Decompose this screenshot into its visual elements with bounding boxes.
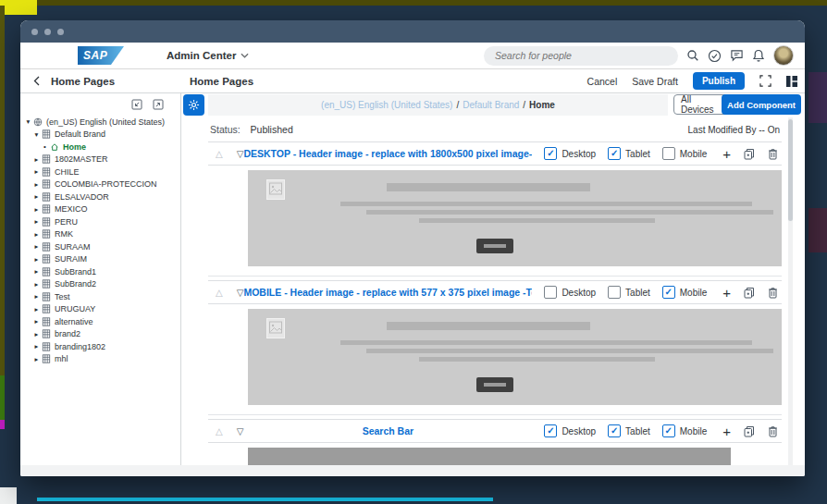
tree-expand-arrow[interactable]: ▸ <box>32 155 41 164</box>
tree-item-test[interactable]: ▸ Test <box>20 290 180 303</box>
tree-item-suraim[interactable]: ▸ SURAIM <box>20 253 180 266</box>
tree-item-chile[interactable]: ▸ CHILE <box>20 166 180 178</box>
publish-button[interactable]: Publish <box>693 72 745 90</box>
tree-item-subbrand2[interactable]: ▸ SubBrand2 <box>20 278 180 291</box>
tree-item-peru[interactable]: ▸ PERU <box>20 215 180 228</box>
chat-icon[interactable] <box>730 49 744 62</box>
delete-icon[interactable] <box>768 425 778 437</box>
device-toggle-desktop[interactable]: Desktop <box>544 147 596 160</box>
move-up-button[interactable]: △ <box>216 149 223 159</box>
copy-icon[interactable] <box>744 425 755 437</box>
tree-item-alternative[interactable]: ▸ alternative <box>20 315 180 328</box>
move-down-button[interactable]: ▽ <box>237 149 244 159</box>
collapse-all-icon[interactable] <box>131 99 142 110</box>
tree-item-mhl[interactable]: ▸ mhl <box>20 353 180 366</box>
tree-expand-arrow[interactable]: ▾ <box>32 130 41 139</box>
tree-item-brand2[interactable]: ▸ brand2 <box>20 328 180 341</box>
tree-item-subbrand1[interactable]: ▸ SubBrand1 <box>20 265 180 278</box>
back-button[interactable] <box>33 76 40 86</box>
copy-icon[interactable] <box>744 148 755 160</box>
window-control-dot[interactable] <box>44 29 51 35</box>
check-circle-icon[interactable] <box>708 49 722 63</box>
tree-item-colombia-proteccion[interactable]: ▸ COLOMBIA-PROTECCION <box>20 178 180 191</box>
search-icon[interactable] <box>686 49 699 62</box>
tree-item-1802master[interactable]: ▸ 1802MASTER <box>20 154 180 166</box>
device-checkbox[interactable] <box>544 286 557 299</box>
tree-item-rmk[interactable]: ▸ RMK <box>20 228 180 241</box>
tree-expand-arrow[interactable]: ▸ <box>32 330 41 338</box>
device-toggle-tablet[interactable]: Tablet <box>608 147 650 160</box>
window-control-dot[interactable] <box>57 29 64 35</box>
tree-item-elsalvador[interactable]: ▸ ELSALVADOR <box>20 191 180 203</box>
tree-expand-arrow[interactable]: ▸ <box>32 355 41 363</box>
tree-item--en-us-english-united-states-[interactable]: ▾ (en_US) English (United States) <box>20 116 180 129</box>
tree-bullet[interactable]: • <box>41 142 49 151</box>
device-toggle-mobile[interactable]: Mobile <box>662 147 707 160</box>
avatar[interactable] <box>773 45 794 66</box>
tree-expand-arrow[interactable]: ▸ <box>32 192 41 201</box>
tree-expand-arrow[interactable]: ▸ <box>32 242 41 251</box>
device-checkbox[interactable] <box>544 147 557 160</box>
move-up-button[interactable]: △ <box>216 288 223 298</box>
add-icon[interactable]: + <box>722 286 731 300</box>
tree-expand-arrow[interactable]: ▸ <box>32 280 41 289</box>
tree-expand-arrow[interactable]: ▸ <box>32 180 41 189</box>
window-control-dot[interactable] <box>31 29 38 35</box>
add-component-button[interactable]: Add Component <box>722 94 801 115</box>
tree-expand-arrow[interactable]: ▸ <box>32 255 41 264</box>
copy-icon[interactable] <box>744 287 755 299</box>
tree-expand-arrow[interactable]: ▾ <box>24 117 32 126</box>
tree-item-mexico[interactable]: ▸ MEXICO <box>20 203 180 216</box>
tree-item-default-brand[interactable]: ▾ Default Brand <box>20 129 180 141</box>
tree-item-branding1802[interactable]: ▸ branding1802 <box>20 340 180 353</box>
bell-icon[interactable] <box>752 49 765 63</box>
cancel-button[interactable]: Cancel <box>587 76 618 87</box>
tree-item-home[interactable]: • Home <box>20 141 180 154</box>
tree-expand-arrow[interactable]: ▸ <box>32 230 41 239</box>
delete-icon[interactable] <box>768 287 778 299</box>
device-checkbox[interactable] <box>544 424 557 437</box>
device-toggle-mobile[interactable]: Mobile <box>662 286 707 299</box>
tree-expand-arrow[interactable]: ▸ <box>32 267 41 276</box>
device-toggle-desktop[interactable]: Desktop <box>544 286 596 299</box>
device-toggle-tablet[interactable]: Tablet <box>608 286 650 299</box>
component-title-link[interactable]: DESKTOP - Header image - replace with 18… <box>243 148 532 159</box>
device-checkbox[interactable] <box>662 424 675 437</box>
device-checkbox[interactable] <box>608 147 621 160</box>
scrollbar[interactable] <box>788 117 793 465</box>
page-settings-button[interactable] <box>183 94 204 116</box>
component-title-link[interactable]: MOBILE - Header image - replace with 577… <box>243 287 532 298</box>
device-checkbox[interactable] <box>662 286 675 299</box>
move-down-button[interactable]: ▽ <box>237 426 244 436</box>
add-icon[interactable]: + <box>722 147 731 161</box>
component-title-link[interactable]: Search Bar <box>243 425 532 436</box>
device-checkbox[interactable] <box>608 424 621 437</box>
fullscreen-icon[interactable] <box>759 75 771 87</box>
device-checkbox[interactable] <box>662 147 675 160</box>
move-up-button[interactable]: △ <box>216 426 223 436</box>
people-search-input[interactable] <box>484 46 678 66</box>
tree-item-uruguay[interactable]: ▸ URUGUAY <box>20 303 180 316</box>
device-checkbox[interactable] <box>608 286 621 299</box>
device-toggle-desktop[interactable]: Desktop <box>544 424 596 437</box>
move-down-button[interactable]: ▽ <box>237 288 244 298</box>
tree-expand-arrow[interactable]: ▸ <box>32 167 41 176</box>
expand-all-icon[interactable] <box>153 99 164 110</box>
layout-tiles-icon[interactable] <box>786 76 797 87</box>
breadcrumb-locale-link[interactable]: (en_US) English (United States) <box>321 100 452 110</box>
tree-expand-arrow[interactable]: ▸ <box>32 305 41 313</box>
add-icon[interactable]: + <box>722 424 731 438</box>
tree-expand-arrow[interactable]: ▸ <box>32 317 41 326</box>
breadcrumb-brand-link[interactable]: Default Brand <box>463 100 519 110</box>
device-toggle-tablet[interactable]: Tablet <box>608 424 650 437</box>
admin-center-menu[interactable]: Admin Center <box>167 50 249 61</box>
tree-expand-arrow[interactable]: ▸ <box>32 292 41 301</box>
tree-expand-arrow[interactable]: ▸ <box>32 205 41 214</box>
tree-expand-arrow[interactable]: ▸ <box>32 342 41 350</box>
scrollbar-thumb[interactable] <box>788 119 793 221</box>
device-toggle-mobile[interactable]: Mobile <box>662 424 707 437</box>
save-draft-button[interactable]: Save Draft <box>632 76 678 87</box>
delete-icon[interactable] <box>768 148 778 160</box>
tree-expand-arrow[interactable]: ▸ <box>32 217 41 226</box>
tree-item-suraam[interactable]: ▸ SURAAM <box>20 240 180 253</box>
